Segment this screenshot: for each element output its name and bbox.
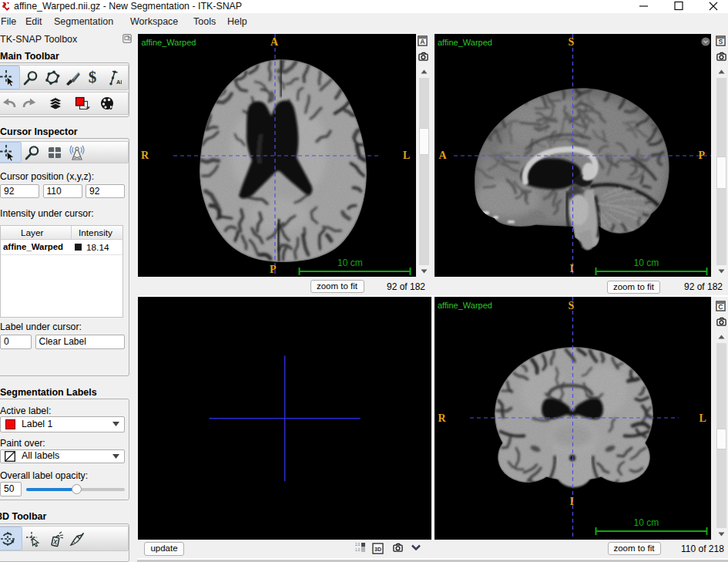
svg-text:$: $: [89, 69, 97, 86]
svg-text:1.0: 1.0: [355, 548, 361, 552]
svg-text:A: A: [420, 38, 425, 45]
svg-text:2.0: 2.0: [355, 543, 361, 547]
svg-text:C: C: [718, 303, 723, 311]
svg-text:3D: 3D: [374, 546, 381, 551]
svg-text:Ab: Ab: [116, 79, 122, 86]
svg-text:S: S: [718, 38, 723, 45]
